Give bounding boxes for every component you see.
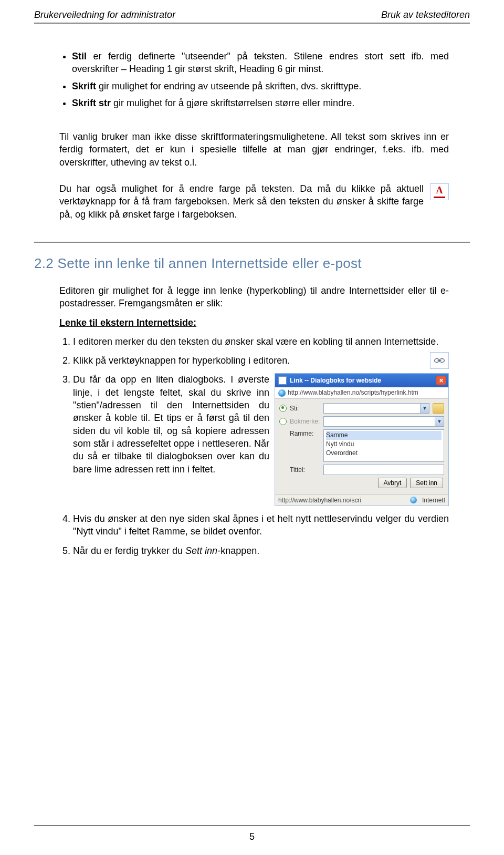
label-sti: Sti: bbox=[290, 404, 320, 413]
paragraph-formatting-note: Til vanlig bruker man ikke disse skriftf… bbox=[59, 130, 449, 169]
text-color-underline bbox=[434, 197, 445, 198]
dialog-doc-icon bbox=[278, 376, 287, 385]
paragraph-color-text: Du har også mulighet for å endre farge p… bbox=[59, 183, 424, 220]
label-ramme: Ramme: bbox=[290, 429, 320, 438]
link-dialog: Link -- Dialogboks for webside ✕ http://… bbox=[275, 373, 449, 506]
sti-input[interactable]: ▼ bbox=[323, 403, 429, 414]
label-bokmerke: Bokmerke: bbox=[290, 417, 320, 426]
bullet-text: gir mulighet for endring av utseende på … bbox=[96, 81, 361, 91]
step-3: Du får da opp en liten dialogboks. I øve… bbox=[73, 373, 449, 506]
step-5-text-a: Når du er ferdig trykker du bbox=[73, 545, 185, 556]
step-5-text-c: -knappen. bbox=[217, 545, 259, 556]
dialog-address-bar: http://www.blabyhallen.no/scripts/hyperl… bbox=[275, 387, 448, 398]
ramme-select[interactable]: Samme Nytt vindu Overordnet bbox=[323, 429, 444, 462]
header-left: Brukerveiledning for administrator bbox=[34, 9, 175, 20]
section-heading: 2.2 Sette inn lenke til annen Internetts… bbox=[34, 255, 470, 272]
hyperlink-icon bbox=[430, 352, 449, 369]
bullet-text: er ferdig definerte "utseender" på tekst… bbox=[72, 51, 449, 74]
text-color-letter: A bbox=[436, 184, 443, 197]
section-number: 2.2 bbox=[34, 255, 54, 271]
step-5: Når du er ferdig trykker du Sett inn-kna… bbox=[73, 544, 449, 557]
header-right: Bruk av teksteditoren bbox=[381, 9, 470, 20]
radio-bokmerke[interactable] bbox=[279, 418, 287, 425]
ordered-steps: I editoren merker du den teksten du ønsk… bbox=[59, 335, 449, 557]
bullet-label: Skrift bbox=[72, 81, 96, 91]
paragraph-color-note: Du har også mulighet for å endre farge p… bbox=[59, 182, 449, 221]
step-3-text: Du får da opp en liten dialogboks. I øve… bbox=[73, 373, 269, 475]
step-2: Klikk på verktøyknappen for hyperkobling… bbox=[73, 354, 449, 367]
dialog-status-bar: http://www.blabyhallen.no/scri Internett bbox=[275, 495, 448, 506]
step-1: I editoren merker du den teksten du ønsk… bbox=[73, 335, 449, 348]
bullet-label: Stil bbox=[72, 51, 87, 61]
section-title-text: Sette inn lenke til annen Internettside … bbox=[58, 255, 362, 271]
page-number: 5 bbox=[249, 831, 255, 842]
step-4: Hvis du ønsker at den nye siden skal åpn… bbox=[73, 512, 449, 538]
bullet-label: Skrift str bbox=[72, 98, 111, 108]
tittel-input[interactable] bbox=[323, 465, 444, 475]
chevron-down-icon[interactable]: ▼ bbox=[435, 417, 444, 426]
page-footer: 5 bbox=[34, 825, 470, 842]
chevron-down-icon[interactable]: ▼ bbox=[420, 404, 429, 413]
bullet-item-skriftstr: Skrift str gir mulighet for å gjøre skri… bbox=[72, 97, 449, 109]
ramme-option-overordnet[interactable]: Overordnet bbox=[326, 449, 442, 458]
ie-icon bbox=[278, 389, 286, 397]
text-color-icon: A bbox=[430, 183, 449, 200]
bullet-item-skrift: Skrift gir mulighet for endring av utsee… bbox=[72, 80, 449, 92]
step-5-italic: Sett inn bbox=[185, 545, 217, 556]
section-divider bbox=[34, 242, 470, 243]
dialog-title: Link -- Dialogboks for webside bbox=[290, 376, 381, 385]
bullet-item-stil: Stil er ferdig definerte "utseender" på … bbox=[72, 50, 449, 76]
ramme-option-nyttvindu[interactable]: Nytt vindu bbox=[326, 440, 442, 449]
step-2-text: Klikk på verktøyknappen for hyperkobling… bbox=[73, 355, 290, 366]
dialog-titlebar: Link -- Dialogboks for webside ✕ bbox=[275, 374, 448, 387]
globe-icon bbox=[410, 497, 417, 503]
folder-icon[interactable] bbox=[433, 403, 444, 414]
dialog-url: http://www.blabyhallen.no/scripts/hyperl… bbox=[288, 388, 418, 397]
ramme-option-samme[interactable]: Samme bbox=[326, 431, 442, 440]
bullet-list: Stil er ferdig definerte "utseender" på … bbox=[59, 50, 449, 109]
insert-button[interactable]: Sett inn bbox=[410, 478, 443, 488]
section-intro: Editoren gir mulighet for å legge inn le… bbox=[59, 284, 449, 310]
label-tittel: Tittel: bbox=[290, 466, 320, 474]
cancel-button[interactable]: Avbryt bbox=[378, 478, 407, 488]
status-url: http://www.blabyhallen.no/scri bbox=[278, 496, 405, 504]
bokmerke-select[interactable]: ▼ bbox=[323, 416, 444, 427]
dialog-close-button[interactable]: ✕ bbox=[436, 376, 446, 385]
status-zone: Internett bbox=[422, 496, 445, 504]
radio-sti[interactable] bbox=[279, 405, 287, 412]
bullet-text: gir mulighet for å gjøre skriftstørrelse… bbox=[111, 98, 354, 108]
subsection-heading: Lenke til ekstern Internettside: bbox=[59, 316, 449, 329]
